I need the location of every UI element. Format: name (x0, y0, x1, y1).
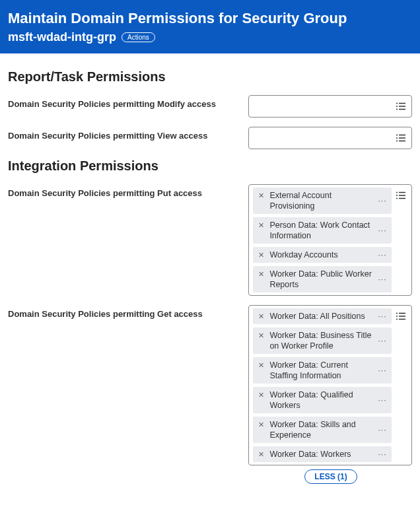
remove-chip-icon[interactable]: ✕ (256, 269, 267, 279)
chip: ✕ Worker Data: Business Title on Worker … (253, 327, 392, 354)
chip: ✕ Person Data: Work Contact Information … (253, 217, 392, 244)
chip-more-icon[interactable]: ··· (376, 250, 389, 259)
remove-chip-icon[interactable]: ✕ (256, 330, 267, 341)
chip: ✕ Worker Data: Workers ··· (253, 446, 392, 462)
list-icon[interactable] (396, 311, 406, 322)
svg-point-6 (396, 134, 398, 135)
chip-label: Workday Accounts (269, 250, 373, 260)
svg-point-8 (396, 137, 398, 139)
less-wrap: LESS (1) (249, 469, 413, 484)
actions-button[interactable]: Actions (122, 32, 155, 42)
chip-more-icon[interactable]: ··· (376, 226, 389, 235)
chip-more-icon[interactable]: ··· (376, 366, 389, 375)
chip: ✕ Worker Data: Public Worker Reports ··· (253, 266, 392, 292)
page-content: Report/Task Permissions Domain Security … (0, 53, 420, 497)
remove-chip-icon[interactable]: ✕ (256, 360, 267, 370)
remove-chip-icon[interactable]: ✕ (256, 190, 267, 201)
svg-point-2 (396, 106, 398, 107)
remove-chip-icon[interactable]: ✕ (256, 449, 267, 459)
chip-label: Worker Data: Qualified Workers (269, 390, 373, 411)
page-header: Maintain Domain Permissions for Security… (0, 0, 420, 53)
chip-more-icon[interactable]: ··· (376, 196, 389, 205)
put-chips: ✕ External Account Provisioning ··· ✕ Pe… (253, 187, 392, 292)
remove-chip-icon[interactable]: ✕ (256, 419, 267, 430)
get-chips: ✕ Worker Data: All Positions ··· ✕ Worke… (253, 308, 392, 462)
field-label-get: Domain Security Policies permitting Get … (8, 305, 248, 319)
chip: ✕ Workday Accounts ··· (253, 247, 392, 263)
remove-chip-icon[interactable]: ✕ (256, 390, 267, 400)
chip-more-icon[interactable]: ··· (376, 450, 389, 459)
field-label-view: Domain Security Policies permitting View… (8, 127, 248, 141)
chip: ✕ Worker Data: Skills and Experience ··· (253, 417, 392, 443)
chip-more-icon[interactable]: ··· (376, 312, 389, 321)
view-access-input[interactable] (248, 127, 412, 149)
chip-label: Worker Data: Public Worker Reports (269, 269, 373, 290)
svg-point-0 (396, 102, 398, 104)
less-button[interactable]: LESS (1) (304, 469, 357, 484)
chip: ✕ External Account Provisioning ··· (253, 187, 392, 214)
page-title: Maintain Domain Permissions for Security… (8, 9, 412, 28)
chip-label: Worker Data: Current Staffing Informatio… (269, 360, 373, 381)
svg-point-10 (396, 140, 398, 141)
chip-label: Person Data: Work Contact Information (269, 220, 373, 241)
modify-access-input[interactable] (248, 95, 412, 118)
put-access-input[interactable]: ✕ External Account Provisioning ··· ✕ Pe… (248, 184, 412, 296)
chip: ✕ Worker Data: All Positions ··· (253, 308, 392, 324)
chip-more-icon[interactable]: ··· (376, 425, 389, 434)
field-modify-access: Domain Security Policies permitting Modi… (8, 95, 412, 118)
page-subheader: msft-wdad-intg-grp Actions (8, 30, 412, 44)
list-icon[interactable] (396, 133, 406, 143)
remove-chip-icon[interactable]: ✕ (256, 220, 267, 230)
field-get-access: Domain Security Policies permitting Get … (8, 305, 412, 465)
chip-more-icon[interactable]: ··· (376, 336, 389, 345)
chip-label: Worker Data: All Positions (269, 311, 373, 322)
svg-point-12 (396, 191, 398, 193)
remove-chip-icon[interactable]: ✕ (256, 311, 267, 322)
svg-point-22 (396, 318, 398, 320)
svg-point-16 (396, 197, 398, 199)
chip-label: Worker Data: Skills and Experience (269, 419, 373, 440)
list-icon[interactable] (396, 101, 406, 112)
svg-point-18 (396, 312, 398, 314)
field-put-access: Domain Security Policies permitting Put … (8, 184, 412, 296)
chip-label: Worker Data: Workers (269, 449, 373, 459)
get-access-input[interactable]: ✕ Worker Data: All Positions ··· ✕ Worke… (248, 305, 412, 465)
section-title-report-task: Report/Task Permissions (8, 69, 412, 85)
security-group-name: msft-wdad-intg-grp (8, 30, 116, 44)
field-label-modify: Domain Security Policies permitting Modi… (8, 95, 248, 109)
svg-point-20 (396, 316, 398, 317)
chip: ✕ Worker Data: Current Staffing Informat… (253, 357, 392, 384)
field-label-put: Domain Security Policies permitting Put … (8, 184, 248, 198)
remove-chip-icon[interactable]: ✕ (256, 250, 267, 260)
section-title-integration: Integration Permissions (8, 158, 412, 174)
field-view-access: Domain Security Policies permitting View… (8, 127, 412, 149)
chip-more-icon[interactable]: ··· (376, 395, 389, 405)
svg-point-14 (396, 195, 398, 196)
list-icon[interactable] (396, 190, 406, 201)
svg-point-4 (396, 108, 398, 110)
chip-label: Worker Data: Business Title on Worker Pr… (269, 330, 373, 351)
chip-label: External Account Provisioning (269, 190, 373, 211)
chip-more-icon[interactable]: ··· (376, 275, 389, 284)
chip: ✕ Worker Data: Qualified Workers ··· (253, 387, 392, 413)
